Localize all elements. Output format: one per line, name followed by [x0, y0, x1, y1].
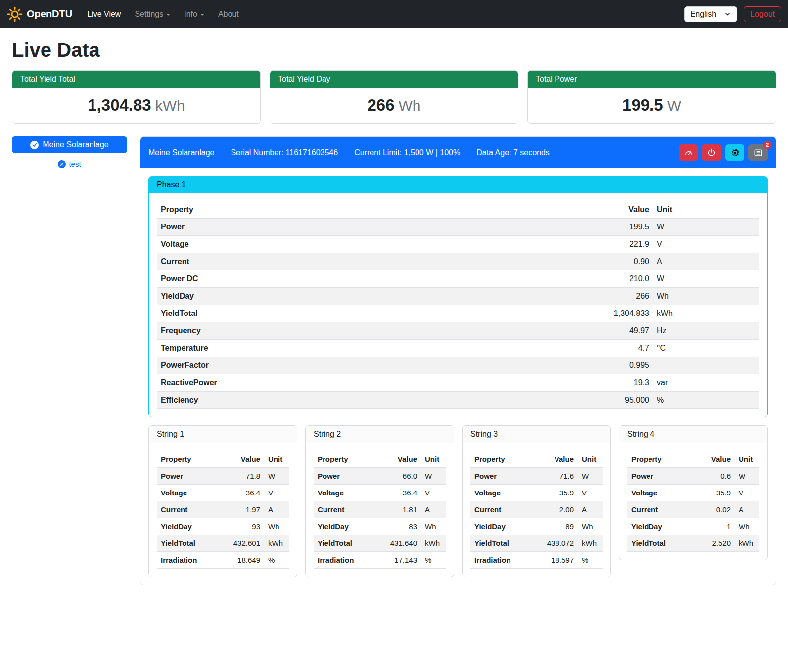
row-property: Irradiation [157, 552, 227, 569]
caret-down-icon [166, 14, 170, 16]
string-card-3: String 3 Property Value Unit [462, 425, 611, 577]
table-row: Voltage 35.9 V [470, 485, 603, 501]
table-header-row: Property Value Unit [157, 451, 289, 468]
table-row: YieldDay 83 Wh [314, 518, 446, 535]
row-unit: V [735, 485, 759, 501]
summary-card-unit: W [667, 97, 681, 114]
row-value: 19.3 [594, 374, 653, 392]
nav-item-about[interactable]: About [211, 6, 246, 23]
power-button[interactable] [702, 144, 721, 161]
table-header-row: Property Value Unit [470, 451, 603, 468]
row-unit: V [264, 485, 289, 501]
table-row: Power 0.6 W [627, 468, 759, 485]
page-title: Live Data [12, 39, 776, 61]
table-row: Power DC 210.0 W [157, 270, 759, 288]
string-card-1: String 1 Property Value Unit [148, 425, 297, 577]
row-property: YieldTotal [627, 535, 697, 552]
row-unit: Wh [735, 518, 759, 535]
row-unit: var [653, 374, 759, 392]
phase-card-title: Phase 1 [149, 177, 767, 193]
row-unit: % [264, 552, 289, 569]
row-value: 35.9 [540, 485, 578, 501]
cpu-icon [731, 148, 740, 157]
table-row: Irradiation 18.649 % [157, 552, 289, 569]
brand-label: OpenDTU [27, 8, 72, 20]
column-unit: Unit [735, 451, 759, 468]
current-limit: Current Limit: 1,500 W | 100% [354, 148, 460, 157]
row-property: YieldDay [157, 288, 594, 305]
row-value: 221.9 [594, 236, 653, 253]
row-value: 2.00 [540, 501, 578, 518]
row-value: 66.0 [383, 468, 421, 485]
row-value: 83 [383, 518, 421, 535]
row-unit: % [653, 392, 759, 409]
device-info-button[interactable] [725, 144, 744, 161]
nav-item-info[interactable]: Info [177, 6, 211, 23]
row-property: YieldDay [627, 518, 697, 535]
row-unit: kWh [735, 535, 759, 552]
table-row: YieldTotal 431.640 kWh [314, 535, 446, 552]
event-log-badge: 2 [763, 141, 771, 149]
check-circle-icon [30, 141, 39, 149]
brand[interactable]: OpenDTU [7, 6, 72, 22]
inverter-select-button[interactable]: Meine Solaranlage [12, 136, 127, 153]
row-unit: % [578, 552, 603, 569]
inverter-panel-header: Meine Solaranlage Serial Number: 1161716… [140, 137, 776, 168]
row-property: Voltage [314, 485, 383, 501]
string-card-2: String 2 Property Value Unit [305, 425, 454, 577]
limit-settings-button[interactable] [679, 144, 698, 161]
column-unit: Unit [421, 451, 446, 468]
row-value: 36.4 [383, 485, 421, 501]
phase-table: Property Value Unit Power [157, 201, 759, 409]
string-table: Property Value Unit Power [470, 451, 603, 569]
summary-card-value: 266 [367, 96, 394, 114]
table-row: Frequency 49.97 Hz [157, 322, 759, 340]
language-select-value: English [691, 10, 716, 19]
row-property: Irradiation [314, 552, 383, 569]
row-unit: A [578, 501, 603, 518]
nav-item-live-view[interactable]: Live View [80, 6, 128, 23]
nav-item-settings[interactable]: Settings [128, 6, 177, 23]
row-unit: W [653, 219, 759, 236]
column-value: Value [697, 451, 735, 468]
summary-card-unit: kWh [155, 97, 185, 114]
sun-icon [7, 6, 23, 22]
row-property: YieldTotal [470, 535, 540, 552]
table-row: Current 0.90 A [157, 253, 759, 270]
string-card-title: String 2 [306, 426, 454, 443]
row-property: Voltage [157, 236, 594, 253]
table-row: Power 71.6 W [470, 468, 603, 485]
summary-card-title: Total Yield Day [270, 71, 518, 88]
table-row: YieldTotal 1,304.833 kWh [157, 305, 759, 322]
inverter-item-test[interactable]: test [12, 160, 127, 168]
logout-button[interactable]: Logout [744, 6, 781, 22]
column-property: Property [157, 451, 227, 468]
summary-cards: Total Yield Total 1,304.83kWh Total Yiel… [12, 70, 776, 124]
row-unit: kWh [653, 305, 759, 322]
row-value: 17.143 [383, 552, 421, 569]
row-property: Current [314, 501, 383, 518]
column-unit: Unit [653, 201, 759, 219]
inverter-actions: 2 [679, 144, 768, 161]
table-header-row: Property Value Unit [157, 201, 759, 219]
table-row: YieldDay 266 Wh [157, 288, 759, 305]
row-value: 1.81 [383, 501, 421, 518]
row-unit: °C [653, 340, 759, 357]
chevron-down-icon [724, 11, 731, 17]
event-log-button[interactable]: 2 [748, 144, 768, 161]
language-select[interactable]: English [684, 6, 737, 22]
table-header-row: Property Value Unit [627, 451, 759, 468]
row-unit: V [421, 485, 446, 501]
row-value: 49.97 [594, 322, 653, 340]
table-row: Voltage 36.4 V [157, 485, 289, 501]
string-table: Property Value Unit Power [314, 451, 446, 569]
inverter-item-test-label: test [69, 160, 81, 168]
inverter-name: Meine Solaranlage [148, 148, 214, 157]
row-value: 4.7 [594, 340, 653, 357]
row-unit: Wh [653, 288, 759, 305]
list-icon [754, 148, 763, 157]
row-unit: A [264, 501, 289, 518]
table-row: Irradiation 17.143 % [314, 552, 446, 569]
row-value: 432.601 [227, 535, 264, 552]
row-property: Voltage [470, 485, 540, 501]
